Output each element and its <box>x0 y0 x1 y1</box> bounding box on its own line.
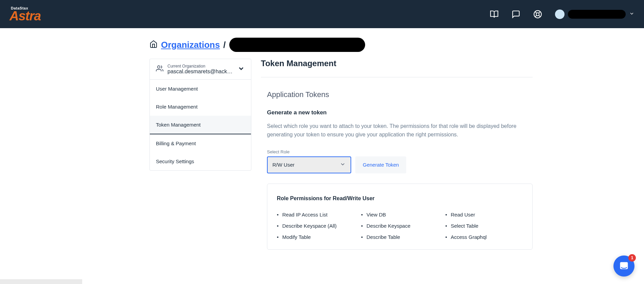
avatar <box>555 10 565 19</box>
chevron-down-icon <box>237 65 245 74</box>
sidebar-item-security-settings[interactable]: Security Settings <box>150 152 251 170</box>
home-icon[interactable] <box>149 40 158 50</box>
user-menu[interactable] <box>555 10 634 19</box>
breadcrumb-organizations-link[interactable]: Organizations <box>161 40 220 50</box>
redacted-org-name <box>229 38 365 52</box>
sidebar-item-role-management[interactable]: Role Management <box>150 98 251 116</box>
breadcrumb-separator: / <box>223 40 226 50</box>
brand-logo[interactable]: DataStax Astra <box>10 6 41 22</box>
permission-item: Access Graphql <box>445 231 523 243</box>
permissions-column-1: Read IP Access List Describe Keyspace (A… <box>277 209 354 243</box>
sidebar-item-token-management[interactable]: Token Management <box>150 116 251 134</box>
permission-item: Select Table <box>445 220 523 231</box>
role-select-value: R/W User <box>272 162 294 168</box>
people-icon <box>156 65 163 74</box>
permission-item: View DB <box>361 209 439 220</box>
support-icon[interactable] <box>533 10 542 19</box>
generate-token-description: Select which role you want to attach to … <box>261 122 533 139</box>
permission-item: Describe Keyspace <box>361 220 439 231</box>
svg-point-1 <box>536 13 539 16</box>
sidebar-item-billing-payment[interactable]: Billing & Payment <box>150 134 251 152</box>
breadcrumb: Organizations / <box>98 38 546 52</box>
permissions-column-2: View DB Describe Keyspace Describe Table <box>361 209 439 243</box>
generate-token-heading: Generate a new token <box>261 109 533 116</box>
svg-line-2 <box>535 12 537 13</box>
permission-item: Read IP Access List <box>277 209 354 220</box>
settings-sidebar: Current Organization pascal.desmarets@ha… <box>149 59 251 171</box>
svg-line-5 <box>535 15 537 17</box>
permissions-column-3: Read User Select Table Access Graphql <box>445 209 523 243</box>
permissions-panel: Role Permissions for Read/Write User Rea… <box>267 184 533 250</box>
permissions-title: Role Permissions for Read/Write User <box>277 195 523 202</box>
section-title: Application Tokens <box>261 90 533 99</box>
role-select[interactable]: R/W User <box>267 156 351 173</box>
sidebar-item-user-management[interactable]: User Management <box>150 80 251 98</box>
chevron-down-icon <box>629 11 634 18</box>
permission-item: Modify Table <box>277 231 354 243</box>
docs-icon[interactable] <box>490 10 499 19</box>
chevron-down-icon <box>340 161 346 168</box>
redacted-username <box>568 10 626 19</box>
svg-point-6 <box>158 66 160 68</box>
page-title: Token Management <box>261 59 533 77</box>
org-switcher-label: Current Organization <box>167 64 233 69</box>
svg-line-4 <box>539 12 540 13</box>
svg-line-3 <box>539 15 540 17</box>
chat-icon[interactable] <box>512 10 520 19</box>
select-role-label: Select Role <box>261 149 533 154</box>
org-switcher[interactable]: Current Organization pascal.desmarets@ha… <box>150 59 251 80</box>
permission-item: Read User <box>445 209 523 220</box>
permission-item: Describe Table <box>361 231 439 243</box>
header-actions <box>490 10 634 19</box>
org-switcher-value: pascal.desmarets@hack… <box>167 69 233 75</box>
main-content: Token Management Application Tokens Gene… <box>261 59 533 250</box>
brand-name: Astra <box>10 10 41 22</box>
generate-token-button[interactable]: Generate Token <box>355 156 406 173</box>
permission-item: Describe Keyspace (All) <box>277 220 354 231</box>
top-header: DataStax Astra <box>0 0 644 28</box>
